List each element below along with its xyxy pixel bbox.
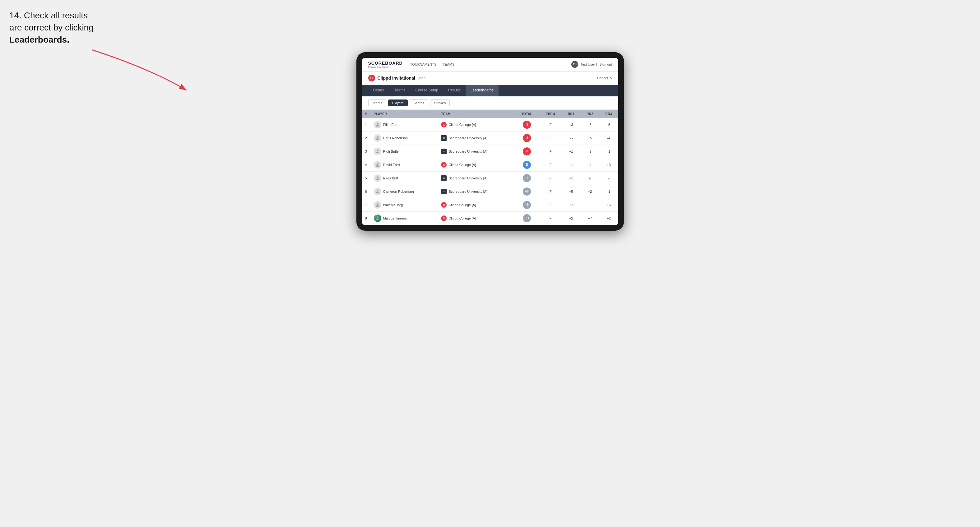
svg-point-3 (377, 163, 379, 165)
player-avatar (374, 201, 381, 209)
tab-bar: Details Teams Course Setup Results Leade… (362, 85, 618, 96)
player-avatar (374, 161, 381, 168)
top-nav: SCOREBOARD Powered by clippd TOURNAMENTS… (362, 58, 618, 71)
team-name: Scoreboard University [A] (449, 136, 487, 140)
filter-strokes[interactable]: Strokes (430, 100, 450, 106)
svg-point-1 (377, 136, 379, 138)
player-name: Marcus Turners (383, 216, 407, 220)
rd1-cell: +1 (562, 158, 580, 171)
nav-tournaments[interactable]: TOURNAMENTS (410, 61, 437, 67)
table-row: 6Cameron Robertson≡Scoreboard University… (362, 185, 618, 198)
team-name: Clippd College [A] (449, 216, 476, 220)
tablet-frame: SCOREBOARD Powered by clippd TOURNAMENTS… (356, 52, 624, 231)
total-cell: +1 (514, 171, 539, 185)
total-cell: -2 (514, 144, 539, 158)
logo-powered: Powered by clippd (368, 66, 403, 68)
player-cell: Chris Robertson (371, 131, 438, 144)
rd2-cell: -4 (581, 158, 599, 171)
cancel-button[interactable]: Cancel ✕ (597, 76, 612, 80)
team-cell: ≡Scoreboard University [A] (438, 171, 514, 185)
team-name: Clippd College [A] (449, 123, 476, 127)
rank-cell: 4 (362, 158, 371, 171)
filter-teams[interactable]: Teams (368, 100, 386, 106)
tab-details[interactable]: Details (368, 85, 390, 96)
team-cell: CClippd College [A] (438, 211, 514, 225)
player-name: Blair McHarg (383, 203, 403, 207)
score-badge: -4 (523, 134, 531, 142)
rd1-cell: -5 (562, 131, 580, 144)
leaderboard-table: # PLAYER TEAM TOTAL THRU RD1 RD2 RD3 1El… (362, 110, 618, 225)
player-avatar (374, 134, 381, 142)
score-badge: +9 (523, 201, 531, 209)
svg-point-5 (377, 190, 379, 192)
col-rank: # (362, 110, 371, 118)
rd3-cell: -5 (599, 118, 618, 132)
rank-cell: 2 (362, 131, 371, 144)
tournament-gender: (Men) (418, 76, 427, 80)
close-icon: ✕ (609, 76, 612, 80)
player-name: David Ford (383, 163, 400, 167)
player-avatar (374, 188, 381, 195)
player-cell: Elliot Ebert (371, 118, 438, 132)
team-logo: ≡ (441, 149, 447, 154)
svg-point-6 (377, 203, 379, 205)
team-name: Scoreboard University [A] (449, 149, 487, 153)
score-badge: E (523, 161, 531, 169)
total-cell: -8 (514, 118, 539, 132)
rd2-cell: +7 (581, 211, 599, 225)
tournament-name: Clippd Invitational (377, 76, 415, 81)
thru-cell: F (539, 211, 562, 225)
team-cell: CClippd College [A] (438, 118, 514, 132)
tablet-screen: SCOREBOARD Powered by clippd TOURNAMENTS… (362, 58, 618, 225)
team-cell: CClippd College [A] (438, 158, 514, 171)
tournament-logo: C (368, 75, 375, 81)
score-badge: -2 (523, 148, 531, 156)
nav-teams[interactable]: TEAMS (442, 61, 454, 67)
svg-point-2 (377, 149, 379, 151)
rd1-cell: +2 (562, 211, 580, 225)
player-avatar (374, 121, 381, 129)
total-cell: +9 (514, 198, 539, 211)
player-avatar (374, 175, 381, 182)
tab-course-setup[interactable]: Course Setup (410, 85, 443, 96)
rd3-cell: +2 (599, 211, 618, 225)
tab-leaderboards[interactable]: Leaderboards (466, 85, 498, 96)
rd2-cell: +2 (581, 185, 599, 198)
col-thru: THRU (539, 110, 562, 118)
team-logo: ≡ (441, 175, 447, 181)
col-rd3: RD3 (599, 110, 618, 118)
team-name: Clippd College [A] (449, 203, 476, 207)
user-avatar: TU (571, 61, 578, 68)
score-badge: +6 (523, 187, 531, 195)
player-name: Rich Butler (383, 149, 400, 153)
rd1-cell: +5 (562, 185, 580, 198)
table-row: 3Rich Butler≡Scoreboard University [A]-2… (362, 144, 618, 158)
instruction-block: 14. Check all results are correct by cli… (10, 10, 970, 46)
player-name: Cameron Robertson (383, 190, 414, 194)
table-row: 8Marcus TurnersCClippd College [A]+11F+2… (362, 211, 618, 225)
rd2-cell: -6 (581, 118, 599, 132)
thru-cell: F (539, 131, 562, 144)
player-avatar (374, 148, 381, 155)
rd1-cell: +1 (562, 171, 580, 185)
rd1-cell: +2 (562, 198, 580, 211)
col-rd1: RD1 (562, 110, 580, 118)
thru-cell: F (539, 118, 562, 132)
score-badge: -8 (523, 121, 531, 129)
filter-row: Teams Players Scores Strokes (362, 96, 618, 110)
rd1-cell: +1 (562, 144, 580, 158)
filter-players[interactable]: Players (388, 100, 408, 106)
nav-right: TU Test User | Sign out (571, 61, 612, 68)
rd3-cell: -1 (599, 185, 618, 198)
rank-cell: 6 (362, 185, 371, 198)
col-player: PLAYER (371, 110, 438, 118)
sign-out-link[interactable]: Sign out (599, 62, 612, 66)
team-name: Clippd College [A] (449, 163, 476, 167)
tab-teams[interactable]: Teams (390, 85, 410, 96)
player-cell: Rich Butler (371, 144, 438, 158)
filter-scores[interactable]: Scores (410, 100, 428, 106)
rd2-cell: -2 (581, 144, 599, 158)
tab-results[interactable]: Results (443, 85, 466, 96)
col-team: TEAM (438, 110, 514, 118)
score-badge: +11 (523, 214, 531, 222)
